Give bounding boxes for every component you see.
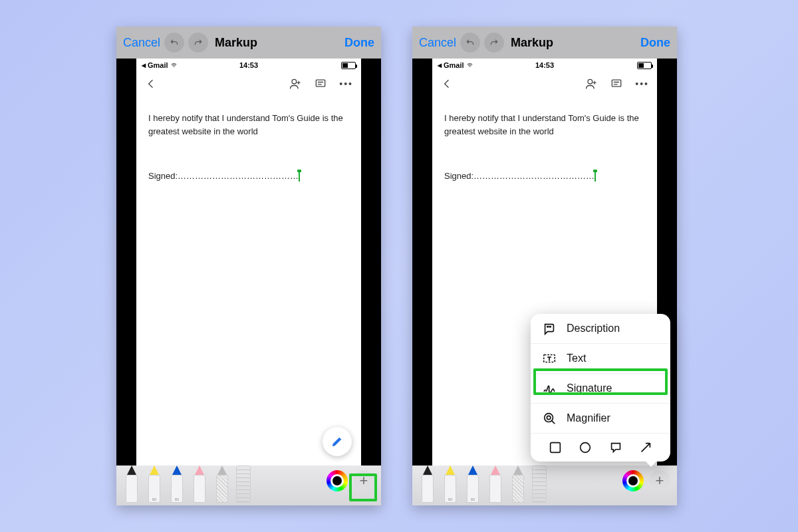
ruler-tool[interactable] (532, 466, 547, 503)
add-person-icon[interactable] (585, 77, 598, 90)
ios-status-bar: Gmail 14:53 (432, 59, 657, 72)
signature-line: Signed:…………………………………… (148, 170, 349, 183)
back-chevron-icon[interactable] (440, 77, 454, 90)
ios-status-bar: Gmail 14:53 (136, 59, 361, 72)
wifi-icon (466, 62, 474, 68)
ruler-tool[interactable] (236, 466, 251, 503)
status-time: 14:53 (535, 61, 554, 69)
eraser-tool[interactable] (487, 466, 504, 503)
popover-label: Description (567, 323, 620, 334)
document-body: I hereby notify that I understand Tom's … (136, 96, 361, 199)
phone-screenshot-left: Cancel Markup Done Gmail 14:53 ••• I h (116, 27, 381, 505)
battery-icon (341, 62, 356, 69)
highlighter-tool[interactable]: 80 (442, 466, 459, 503)
captured-screen: Gmail 14:53 ••• I hereby notify that I u… (136, 59, 361, 466)
pen-tool[interactable] (123, 466, 140, 503)
shape-speech-icon[interactable] (608, 440, 623, 455)
svg-point-9 (581, 443, 591, 453)
doc-toolbar: ••• (432, 72, 657, 96)
cancel-button[interactable]: Cancel (123, 36, 160, 50)
markup-title: Markup (215, 36, 257, 50)
status-time: 14:53 (239, 61, 258, 69)
svg-rect-8 (550, 443, 560, 453)
svg-point-7 (547, 416, 551, 420)
back-to-app[interactable]: Gmail (142, 61, 178, 69)
svg-rect-1 (317, 80, 325, 86)
screenshot-canvas: Gmail 14:53 ••• I hereby notify that I u… (116, 59, 381, 466)
text-cursor (595, 172, 596, 182)
svg-point-6 (545, 414, 553, 422)
undo-button[interactable] (164, 33, 184, 53)
signature-icon (541, 380, 557, 396)
redo-button[interactable] (188, 33, 208, 53)
signature-line: Signed:…………………………………… (444, 170, 645, 183)
cancel-button[interactable]: Cancel (419, 36, 456, 50)
popover-text[interactable]: Text (531, 344, 670, 374)
popover-magnifier[interactable]: Magnifier (531, 404, 670, 434)
highlighter-tool[interactable]: 80 (146, 466, 163, 503)
lasso-tool[interactable] (213, 466, 231, 503)
text-box-icon (541, 350, 557, 366)
popover-label: Text (567, 352, 586, 364)
color-picker-button[interactable] (622, 470, 644, 491)
edit-fab[interactable] (323, 427, 352, 456)
done-button[interactable]: Done (640, 36, 670, 50)
comment-icon[interactable] (610, 77, 623, 90)
phone-screenshot-right: Cancel Markup Done Gmail 14:53 ••• I h (412, 27, 677, 505)
redo-button[interactable] (484, 33, 504, 53)
more-icon[interactable]: ••• (339, 78, 353, 89)
comment-icon[interactable] (314, 77, 327, 90)
markup-title: Markup (511, 36, 553, 50)
magnifier-icon (541, 410, 557, 426)
document-text: I hereby notify that I understand Tom's … (444, 112, 645, 138)
add-annotation-button[interactable]: + (649, 470, 670, 491)
text-cursor (299, 172, 300, 182)
pencil-tool[interactable]: 80 (168, 466, 186, 503)
markup-toolbar: Cancel Markup Done (116, 27, 381, 59)
back-to-app[interactable]: Gmail (438, 61, 474, 69)
popover-description[interactable]: Description (531, 314, 670, 344)
battery-icon (637, 62, 652, 69)
shape-square-icon[interactable] (548, 440, 563, 455)
more-icon[interactable]: ••• (635, 78, 649, 89)
popover-label: Signature (567, 382, 612, 394)
description-icon (541, 321, 557, 336)
pencil-tool[interactable]: 80 (464, 466, 481, 503)
popover-signature[interactable]: Signature (531, 374, 670, 404)
shape-circle-icon[interactable] (578, 440, 593, 455)
pen-tool[interactable] (419, 466, 436, 503)
back-chevron-icon[interactable] (144, 77, 158, 90)
lasso-tool[interactable] (509, 466, 527, 503)
done-button[interactable]: Done (344, 36, 374, 50)
doc-toolbar: ••• (136, 72, 361, 96)
wifi-icon (170, 62, 178, 68)
add-person-icon[interactable] (289, 77, 302, 90)
document-body: I hereby notify that I understand Tom's … (432, 96, 657, 199)
markup-toolbar: Cancel Markup Done (412, 27, 677, 59)
shape-arrow-icon[interactable] (638, 440, 653, 455)
add-annotation-popover: Description Text Signature Magnifier (531, 314, 670, 462)
markup-tool-tray: 80 80 + (116, 466, 381, 505)
popover-shapes-row (531, 434, 670, 462)
color-picker-button[interactable] (327, 470, 348, 491)
eraser-tool[interactable] (191, 466, 208, 503)
add-annotation-button[interactable]: + (353, 470, 374, 491)
svg-point-2 (588, 79, 593, 84)
popover-label: Magnifier (567, 412, 610, 424)
svg-point-0 (292, 79, 297, 84)
svg-rect-3 (612, 80, 621, 86)
document-text: I hereby notify that I understand Tom's … (148, 112, 349, 138)
markup-tool-tray: 80 80 + (412, 466, 677, 505)
undo-button[interactable] (460, 33, 480, 53)
